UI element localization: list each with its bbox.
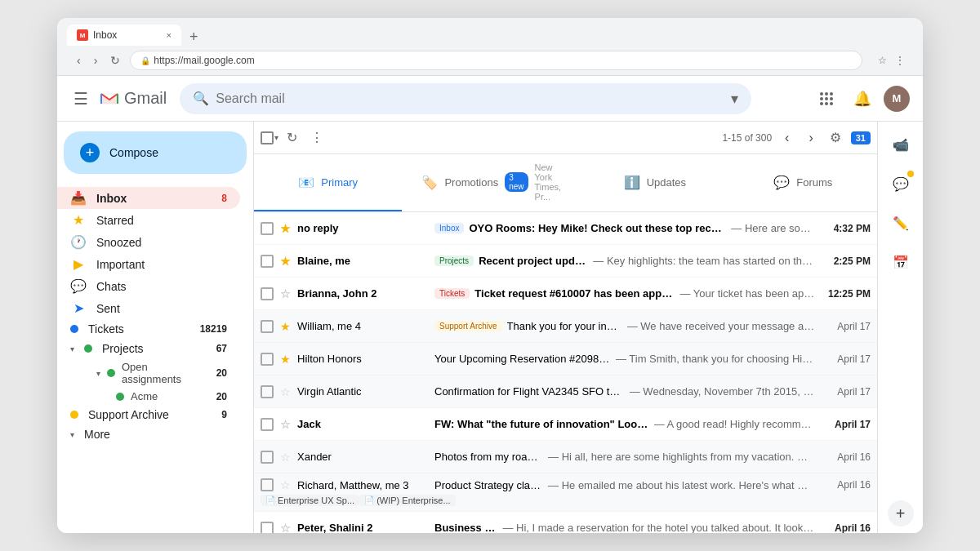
- sidebar-item-snoozed[interactable]: 🕐 Snoozed: [57, 231, 240, 253]
- back-btn[interactable]: ‹: [74, 52, 84, 69]
- toolbar-left: ▾ ↻ ⋮: [261, 125, 328, 150]
- star-icon-7[interactable]: ☆: [280, 418, 291, 431]
- email-content-1: Inbox OYO Rooms: Hey Mike! Check out the…: [434, 222, 815, 234]
- header-right: 🔔 M: [812, 84, 910, 113]
- acme-label: Acme: [131, 390, 158, 402]
- tab-title: Inbox: [93, 29, 117, 41]
- tab-forums[interactable]: 💬 Forums: [729, 154, 877, 211]
- sidebar-item-acme[interactable]: Acme 20: [57, 388, 240, 405]
- settings-icon[interactable]: ⚙: [826, 127, 844, 149]
- select-all-box[interactable]: [261, 131, 274, 144]
- email-row-4[interactable]: ★ William, me 4 Support Archive Thank yo…: [254, 310, 877, 343]
- prev-page-btn[interactable]: ‹: [778, 127, 795, 149]
- sidebar-item-open-assignments[interactable]: ▾ Open assignments 20: [57, 358, 240, 388]
- svg-point-1: [820, 92, 823, 96]
- email-tag-1: Inbox: [434, 223, 464, 233]
- chat-btn[interactable]: 💬: [884, 167, 917, 200]
- tab-promotions[interactable]: 🏷️ Promotions 3 new New York Times, Pr..…: [402, 154, 581, 211]
- email-subject-7: FW: What "the future of innovation" Look…: [434, 418, 649, 430]
- calendar-btn[interactable]: 📅: [884, 246, 917, 278]
- star-icon-3[interactable]: ☆: [280, 287, 291, 300]
- browser-addressbar: ‹ › ↻ 🔒 https://mail.google.com ☆ ⋮: [67, 46, 913, 75]
- bookmark-icon[interactable]: ☆: [875, 54, 889, 67]
- more-options-btn[interactable]: ⋮: [305, 125, 328, 150]
- address-bar[interactable]: 🔒 https://mail.google.com: [130, 51, 862, 70]
- starred-icon: ★: [70, 212, 87, 228]
- email-row-6[interactable]: ☆ Virgin Atlantic Confirmation for Fligh…: [254, 375, 877, 408]
- select-dropdown-icon[interactable]: ▾: [274, 133, 278, 142]
- tickets-label: Tickets: [88, 322, 124, 335]
- forums-tab-label: Forums: [796, 176, 832, 189]
- select-all-checkbox[interactable]: ▾: [261, 131, 278, 144]
- acme-color-dot: [116, 393, 124, 401]
- email-row-3[interactable]: ☆ Brianna, John 2 Tickets Ticket request…: [254, 278, 877, 310]
- email-checkbox-10[interactable]: [261, 522, 274, 534]
- search-bar[interactable]: 🔍 ▾: [180, 83, 751, 114]
- sidebar-item-important[interactable]: ▶ Important: [57, 253, 240, 275]
- star-icon-4[interactable]: ★: [280, 320, 291, 333]
- browser-chrome: M Inbox × + ‹ › ↻ 🔒 https://mail.google.…: [57, 18, 923, 76]
- email-checkbox-4[interactable]: [261, 320, 274, 333]
- avatar[interactable]: M: [884, 86, 910, 112]
- add-panel-btn[interactable]: +: [888, 500, 914, 527]
- browser-menu-icon[interactable]: ⋮: [893, 54, 906, 67]
- sidebar-item-tickets[interactable]: Tickets 18219: [57, 319, 240, 339]
- email-row-10[interactable]: ☆ Peter, Shalini 2 Business trip — Hi, I…: [254, 512, 877, 533]
- hamburger-menu-icon[interactable]: ☰: [70, 86, 91, 112]
- calendar-badge[interactable]: 31: [851, 131, 871, 144]
- compose-button[interactable]: + Compose: [64, 131, 247, 174]
- email-row-7[interactable]: ☆ Jack FW: What "the future of innovatio…: [254, 408, 877, 441]
- email-checkbox-1[interactable]: [261, 222, 274, 235]
- notifications-btn[interactable]: 🔔: [848, 84, 877, 113]
- active-tab[interactable]: M Inbox ×: [67, 24, 181, 46]
- new-tab-btn[interactable]: +: [183, 29, 205, 46]
- search-input[interactable]: [216, 91, 731, 106]
- sidebar-item-starred[interactable]: ★ Starred: [57, 209, 240, 231]
- email-checkbox-8[interactable]: [261, 451, 274, 464]
- next-page-btn[interactable]: ›: [802, 127, 819, 149]
- star-icon-10[interactable]: ☆: [280, 522, 291, 534]
- search-dropdown-icon[interactable]: ▾: [731, 90, 738, 108]
- star-icon-1[interactable]: ★: [280, 222, 291, 235]
- email-checkbox-3[interactable]: [261, 287, 274, 300]
- apps-icon-btn[interactable]: [812, 84, 841, 113]
- email-tag-2: Projects: [434, 256, 474, 266]
- meet-btn[interactable]: 📹: [884, 128, 917, 161]
- tab-close-btn[interactable]: ×: [167, 30, 172, 40]
- sidebar-item-support-archive[interactable]: Support Archive 9: [57, 405, 240, 424]
- forward-btn[interactable]: ›: [91, 52, 101, 69]
- sender-1: no reply: [297, 222, 428, 234]
- star-icon-2[interactable]: ★: [280, 255, 291, 268]
- sender-10: Peter, Shalini 2: [297, 522, 428, 533]
- sidebar-item-chats[interactable]: 💬 Chats: [57, 275, 240, 297]
- video-icon: 📹: [893, 137, 909, 153]
- email-subject-10: Business trip: [434, 522, 497, 533]
- email-checkbox-9[interactable]: [261, 478, 274, 491]
- tab-updates[interactable]: ℹ️ Updates: [581, 154, 728, 211]
- star-icon-8[interactable]: ☆: [280, 451, 291, 464]
- star-icon-6[interactable]: ☆: [280, 385, 291, 398]
- refresh-btn[interactable]: ↻: [107, 52, 123, 69]
- email-row-8[interactable]: ☆ Xander Photos from my road trip — Hi a…: [254, 441, 877, 473]
- sidebar-item-inbox[interactable]: 📥 Inbox 8: [57, 187, 240, 209]
- email-checkbox-5[interactable]: [261, 353, 274, 366]
- email-row-5[interactable]: ★ Hilton Honors Your Upcoming Reservatio…: [254, 343, 877, 375]
- tab-primary[interactable]: 📧 Primary: [254, 154, 402, 211]
- sidebar-item-sent[interactable]: ➤ Sent: [57, 297, 240, 319]
- projects-expand-icon[interactable]: ▾: [70, 344, 74, 353]
- open-assignments-expand-icon[interactable]: ▾: [96, 369, 100, 378]
- email-checkbox-6[interactable]: [261, 385, 274, 398]
- sidebar-item-more[interactable]: ▾ More: [57, 424, 240, 444]
- sidebar-item-projects[interactable]: ▾ Projects 67: [57, 339, 240, 358]
- star-icon-9[interactable]: ☆: [280, 478, 291, 491]
- starred-label: Starred: [96, 214, 134, 227]
- email-subject-3: Ticket request #610007 has been approved…: [474, 287, 675, 300]
- refresh-btn[interactable]: ↻: [282, 125, 302, 150]
- email-row-9[interactable]: ☆ Richard, Matthew, me 3 Product Strateg…: [254, 473, 877, 512]
- star-icon-5[interactable]: ★: [280, 353, 291, 366]
- email-checkbox-2[interactable]: [261, 255, 274, 268]
- email-row-1[interactable]: ★ no reply Inbox OYO Rooms: Hey Mike! Ch…: [254, 212, 877, 245]
- email-checkbox-7[interactable]: [261, 418, 274, 431]
- email-row-2[interactable]: ★ Blaine, me Projects Recent project upd…: [254, 245, 877, 278]
- tasks-btn[interactable]: ✏️: [884, 207, 917, 239]
